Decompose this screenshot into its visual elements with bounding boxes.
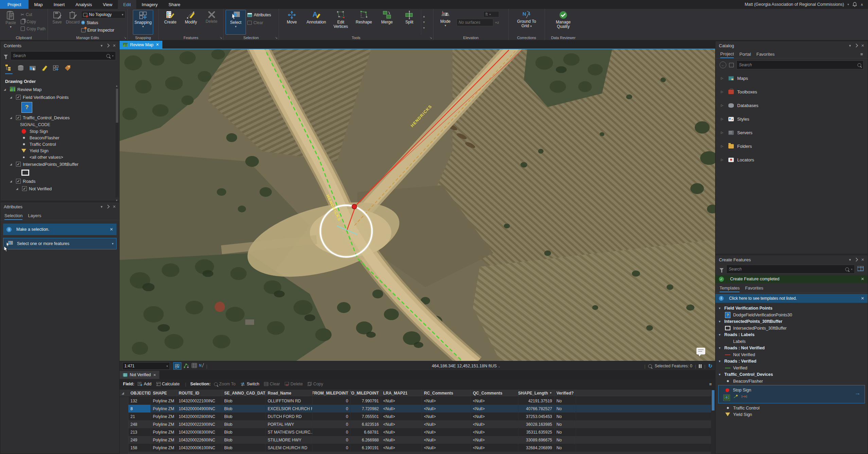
view-drawing-order-icon[interactable] — [5, 64, 13, 74]
contents-menu-caret[interactable]: ▾ — [101, 43, 103, 48]
table-row[interactable]: 248Polyline ZM1043200022300INCBlobPORTAL… — [120, 420, 715, 428]
cf-tab-favorites[interactable]: Favorites — [745, 285, 763, 292]
stop-sign-point[interactable] — [352, 204, 357, 209]
table-options-menu-icon[interactable]: ≡ — [709, 382, 712, 387]
manage-edits-launcher[interactable]: ↘ — [124, 36, 126, 39]
catalog-pin-icon[interactable] — [854, 43, 858, 47]
column-header-FROM_MILEPOINT[interactable]: FROM_MILEPOINT — [313, 389, 351, 397]
cf-tab-templates[interactable]: Templates — [720, 285, 740, 292]
catalog-location-icon[interactable] — [729, 63, 734, 67]
contents-tree-item[interactable]: Yield Sign — [0, 147, 119, 154]
column-header-Verified?[interactable]: Verified? — [554, 389, 576, 397]
clear-selection-table-button[interactable]: Clear — [264, 382, 280, 386]
contents-tree-item[interactable]: ◢✓Field Verification Points — [0, 93, 119, 101]
view-data-source-icon[interactable] — [17, 65, 24, 74]
merge-tool-button[interactable]: Merge — [376, 10, 398, 35]
calculate-field-button[interactable]: Calculate — [156, 382, 180, 386]
contents-tree-item[interactable]: Stop Sign — [0, 128, 119, 135]
view-editing-icon[interactable] — [41, 65, 48, 74]
column-header-SHAPE_Length[interactable]: SHAPE_Length▼ — [518, 389, 554, 397]
contents-tree-item[interactable]: Traffic Control — [0, 141, 119, 147]
modify-features-button[interactable]: Modify — [181, 10, 201, 35]
split-tool-button[interactable]: Split — [399, 10, 420, 35]
layer-visibility-checkbox[interactable]: ✓ — [22, 186, 27, 191]
map-viewport[interactable]: HENDRICKS HENDRICKS — [120, 49, 715, 361]
topology-dropdown[interactable]: No Topology▾ — [81, 11, 125, 18]
table-row[interactable]: 8Polyline ZM1043200004900INCBlobEXCELSIO… — [120, 405, 715, 413]
discard-edits-button[interactable]: Discard — [66, 10, 80, 35]
select-features-dropdown[interactable]: Select one or more features ▾ — [3, 238, 117, 249]
infobar-close-icon[interactable]: ✕ — [110, 227, 113, 232]
column-header-TO_MILEPOINT[interactable]: TO_MILEPOINT — [351, 389, 381, 397]
catalog-close-icon[interactable]: ✕ — [861, 43, 864, 48]
tab-analysis[interactable]: Analysis — [70, 0, 97, 9]
switch-selection-button[interactable]: Switch — [240, 382, 259, 386]
paste-button[interactable]: Paste▾ — [2, 10, 19, 35]
contents-close-icon[interactable]: ✕ — [113, 43, 116, 48]
catalog-item-locators[interactable]: ▷Locators — [719, 153, 868, 167]
map-scale-dropdown[interactable]: 1:471▾ — [122, 362, 170, 370]
collapse-ribbon-chevron[interactable]: ∧ — [861, 2, 863, 7]
attributes-menu-caret[interactable]: ▾ — [101, 205, 103, 209]
tab-map[interactable]: Map — [29, 0, 48, 9]
elevation-surface-input[interactable]: No surfaces — [457, 19, 493, 26]
catalog-item-maps[interactable]: ▷Maps — [719, 71, 868, 85]
column-header-LRA_MAP21[interactable]: LRA_MAP21 — [381, 389, 422, 397]
attributes-close-icon[interactable]: ✕ — [113, 205, 116, 209]
user-menu-caret[interactable]: ▾ — [847, 3, 849, 6]
tab-insert[interactable]: Insert — [48, 0, 70, 9]
template-group[interactable]: ▾Roads : Labels — [718, 331, 866, 338]
attributes-button[interactable]: Attributes — [247, 12, 271, 18]
tab-imagery[interactable]: Imagery — [136, 0, 163, 9]
template-item-labels[interactable]: Labels — [718, 338, 866, 345]
table-tab-close-icon[interactable]: ✕ — [153, 373, 156, 377]
contents-tree-item[interactable]: ◢✓IntersectedPoints_30ftBuffer — [0, 160, 119, 168]
reshape-tool-button[interactable]: Reshape — [353, 10, 375, 35]
contents-tree-item[interactable]: <all other values> — [0, 154, 119, 160]
map-coordinates-readout[interactable]: 464,186.34E 12,452,151.18N ftUS ⌄ — [371, 364, 561, 368]
table-row[interactable]: 238Polyline ZM1043200002000INCBlobLAKE C… — [120, 452, 715, 454]
template-pane-icon[interactable] — [857, 266, 864, 272]
manage-quality-button[interactable]: Manage Quality — [551, 10, 575, 35]
layer-visibility-checkbox[interactable]: ✓ — [16, 115, 21, 120]
tab-share[interactable]: Share — [163, 0, 186, 9]
catalog-menu-caret[interactable]: ▾ — [849, 43, 851, 48]
table-row[interactable]: 21Polyline ZM1043200002800INCBlobDUTCH F… — [120, 413, 715, 420]
catalog-back-icon[interactable]: ← — [720, 62, 726, 68]
contents-tree-item[interactable]: ◢Review Map — [0, 85, 119, 93]
create-features-menu-caret[interactable]: ▾ — [849, 258, 851, 262]
zoom-to-button[interactable]: Zoom To — [214, 382, 235, 386]
move-tool-button[interactable]: Move — [281, 10, 303, 35]
template-item-intersectedpoints_30ftbuffer[interactable]: IntersectedPoints_30ftBuffer — [718, 325, 866, 331]
table-row[interactable]: 132Polyline ZM1043200022100INCBlobOLLIFF… — [120, 397, 715, 405]
contents-tree-item[interactable]: ? — [0, 101, 119, 114]
view-labeling-icon[interactable] — [64, 65, 71, 74]
map-view-tab[interactable]: Review Map ✕ — [120, 41, 162, 49]
template-tool-point-icon[interactable] — [723, 395, 730, 401]
tools-gallery-scroll[interactable]: ▲▼▼ — [421, 10, 427, 35]
table-row[interactable]: 158Polyline ZM1043200006100INCBlobSALEM … — [120, 444, 715, 452]
error-inspector-button[interactable]: !Error Inspector — [81, 27, 125, 33]
template-tool-line-icon[interactable] — [733, 395, 738, 401]
create-features-button[interactable]: Create — [161, 10, 180, 35]
column-header-OBJECTID[interactable]: OBJECTID — [128, 389, 151, 397]
column-header-ROUTE_ID[interactable]: ROUTE_ID — [177, 389, 222, 397]
catalog-tab-portal[interactable]: Portal — [739, 52, 751, 58]
layer-visibility-checkbox[interactable]: ✓ — [16, 179, 21, 184]
copy-button[interactable]: Copy — [21, 18, 46, 25]
create-features-pin-icon[interactable] — [854, 258, 858, 261]
signed-in-user[interactable]: Matt (Georgia Association of Regional Co… — [745, 2, 844, 7]
templates-infobar-close-icon[interactable]: ✕ — [861, 296, 864, 301]
statusbar-snapping-toggle[interactable] — [173, 362, 181, 370]
template-group[interactable]: ▾Roads : Verified — [718, 358, 866, 365]
view-selection-icon[interactable] — [29, 65, 36, 74]
table-row[interactable]: 213Polyline ZM1043200008300INCBlobST MAT… — [120, 428, 715, 436]
template-item-not-verified[interactable]: Not Verified — [718, 351, 866, 358]
layer-visibility-checkbox[interactable]: ✓ — [16, 95, 21, 100]
table-scrollbar[interactable] — [711, 389, 715, 454]
contents-tree-item[interactable]: Beacon/Flasher — [0, 135, 119, 141]
table-tab-not-verified[interactable]: Not Verified ✕ — [120, 371, 159, 379]
create-features-search-input[interactable]: Search▾ — [726, 265, 855, 274]
template-selected-stop-sign[interactable]: Stop Sign→ — [718, 385, 865, 403]
contents-tree-item[interactable] — [0, 168, 119, 177]
